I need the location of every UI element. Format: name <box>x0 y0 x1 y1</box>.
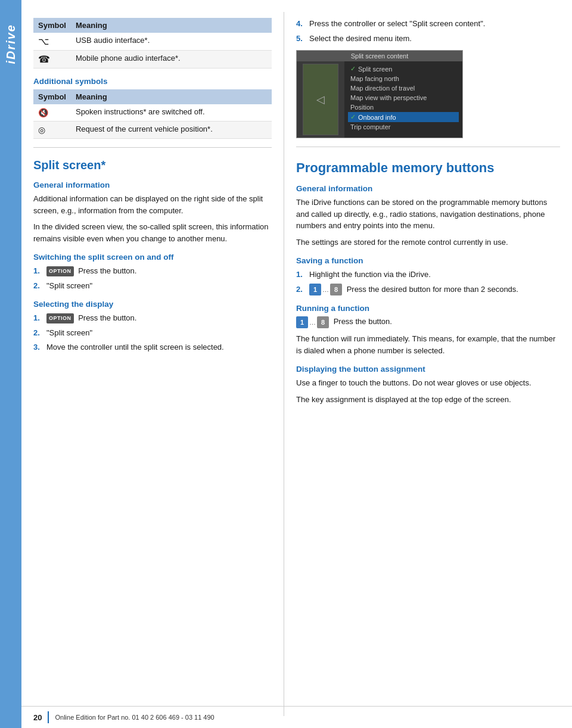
divider <box>296 147 560 147</box>
step-number: 2. <box>296 284 307 295</box>
page-number: 20 <box>33 713 42 722</box>
meaning-cell: Spoken instructions* are switched off. <box>71 104 272 122</box>
btn-8-icon: 8 <box>330 284 342 295</box>
btn-8-run-icon: 8 <box>317 316 329 328</box>
step-item: 1. OPTION Press the button. <box>33 265 272 277</box>
step-number: 3. <box>33 341 44 353</box>
running-step-1: 1 … 8 Press the button. <box>296 316 560 328</box>
page-wrapper: iDrive Symbol Meaning USB a <box>0 0 572 728</box>
menu-item-position: Position <box>348 102 459 112</box>
table-row: Mobile phone audio interface*. <box>33 51 272 69</box>
step-text: Select the desired menu item. <box>309 33 412 45</box>
dots-run-icon: … <box>309 319 316 326</box>
col-header-meaning-2: Meaning <box>71 89 272 104</box>
saving-heading: Saving a function <box>296 256 560 265</box>
table-row: Request of the current vehicle position*… <box>33 122 272 139</box>
running-step-text-2: The function will run immediately. This … <box>296 333 560 356</box>
step-number: 1. <box>33 265 44 277</box>
symbol-table-2: Symbol Meaning Spoken instructions* are … <box>33 89 272 139</box>
selecting-steps: 1. OPTION Press the button. 2. "Split sc… <box>33 312 272 353</box>
switching-steps: 1. OPTION Press the button. 2. "Split sc… <box>33 265 272 291</box>
map-image: ◁ <box>303 64 338 135</box>
running-step-text-1: Press the button. <box>334 318 392 326</box>
position-icon <box>38 125 45 135</box>
step-text: Press the button. <box>78 313 136 322</box>
sidebar: iDrive <box>0 0 21 728</box>
displaying-p2: The key assignment is displayed at the t… <box>296 394 560 406</box>
step-text: Press the desired button for more than 2… <box>347 285 518 294</box>
split-screen-menu-title: Split screen content <box>297 51 462 61</box>
num-buttons: 1 … 8 Press the desired button for more … <box>309 284 518 296</box>
option-btn-placeholder: OPTION Press the button. <box>46 312 136 324</box>
programmable-title: Programmable memory buttons <box>296 160 560 176</box>
step-text: Press the controller or select "Split sc… <box>309 18 485 30</box>
split-screen-preview: Split screen content ◁ ✓ Split screen Ma… <box>296 50 463 138</box>
divider <box>33 147 272 148</box>
step-number: 4. <box>296 18 307 30</box>
step-number: 2. <box>33 280 44 292</box>
displaying-heading: Displaying the button assignment <box>296 365 560 374</box>
option-button-icon: OPTION <box>46 313 74 324</box>
symbol-cell <box>33 33 71 51</box>
meaning-cell: Mobile phone audio interface*. <box>71 51 272 69</box>
programmable-general-p2: The settings are stored for the remote c… <box>296 237 560 248</box>
meaning-cell: USB audio interface*. <box>71 33 272 51</box>
btn-1-icon: 1 <box>309 284 321 295</box>
split-screen-general-heading: General information <box>33 181 272 189</box>
option-button-icon: OPTION <box>46 266 74 277</box>
dots-icon: … <box>322 285 329 295</box>
programmable-general-p1: The iDrive functions can be stored on th… <box>296 197 560 232</box>
main-content: Symbol Meaning USB audio interface*. <box>21 0 572 728</box>
menu-list: ✓ Split screen Map facing north Map dire… <box>344 61 462 138</box>
symbol-cell <box>33 51 71 69</box>
menu-item-split-screen: ✓ Split screen <box>348 64 459 74</box>
symbol-cell <box>33 104 71 122</box>
step-item: 2. "Split screen" <box>33 327 272 339</box>
checkmark-icon: ✓ <box>350 65 356 73</box>
step-number: 1. <box>33 312 44 324</box>
step-text: Press the button. <box>78 266 136 275</box>
steps-4-5: 4. Press the controller or select "Split… <box>296 18 560 44</box>
selecting-heading: Selecting the display <box>33 300 272 309</box>
split-screen-general-p2: In the divided screen view, the so-calle… <box>33 221 272 244</box>
step-item: 1. OPTION Press the button. <box>33 312 272 324</box>
step-item: 3. Move the controller until the split s… <box>33 341 272 353</box>
map-arrow-icon: ◁ <box>316 93 325 106</box>
split-screen-body: ◁ ✓ Split screen Map facing north Map di… <box>297 61 462 138</box>
symbol-table-1: Symbol Meaning USB audio interface*. <box>33 18 272 69</box>
running-btn-group: 1 … 8 <box>296 316 329 328</box>
step-text: Highlight the function via the iDrive. <box>309 269 431 281</box>
step-item: 2. "Split screen" <box>33 280 272 292</box>
step-item: 4. Press the controller or select "Split… <box>296 18 560 30</box>
usb-icon <box>38 36 49 46</box>
switching-heading: Switching the split screen on and off <box>33 253 272 262</box>
table-row: USB audio interface*. <box>33 33 272 51</box>
page-footer: 20 Online Edition for Part no. 01 40 2 6… <box>21 706 572 728</box>
split-screen-general-p1: Additional information can be displayed … <box>33 193 272 216</box>
step-number: 5. <box>296 33 307 45</box>
col-header-meaning-1: Meaning <box>71 18 272 33</box>
right-column: 4. Press the controller or select "Split… <box>284 12 572 716</box>
checkmark-icon: ✓ <box>350 113 356 121</box>
menu-item-onboard-info: ✓ Onboard info <box>348 112 459 122</box>
meaning-cell: Request of the current vehicle position*… <box>71 122 272 139</box>
split-screen-title: Split screen* <box>33 158 272 172</box>
additional-symbols-heading: Additional symbols <box>33 77 272 86</box>
step-text: "Split screen" <box>46 327 92 339</box>
menu-item-trip-computer: Trip computer <box>348 122 459 132</box>
menu-item-map-north: Map facing north <box>348 74 459 83</box>
left-column: Symbol Meaning USB audio interface*. <box>21 12 284 716</box>
programmable-general-heading: General information <box>296 184 560 193</box>
symbol-cell <box>33 122 71 139</box>
running-heading: Running a function <box>296 304 560 313</box>
saving-steps: 1. Highlight the function via the iDrive… <box>296 269 560 295</box>
step-number: 2. <box>33 327 44 339</box>
footer-text: Online Edition for Part no. 01 40 2 606 … <box>55 714 214 721</box>
novoice-icon <box>38 107 48 117</box>
map-area: ◁ <box>297 61 344 138</box>
number-button-group: 1 … 8 <box>309 284 342 295</box>
step-item: 5. Select the desired menu item. <box>296 33 560 45</box>
col-header-symbol-2: Symbol <box>33 89 71 104</box>
option-btn-placeholder: OPTION Press the button. <box>46 265 136 277</box>
col-header-symbol-1: Symbol <box>33 18 71 33</box>
